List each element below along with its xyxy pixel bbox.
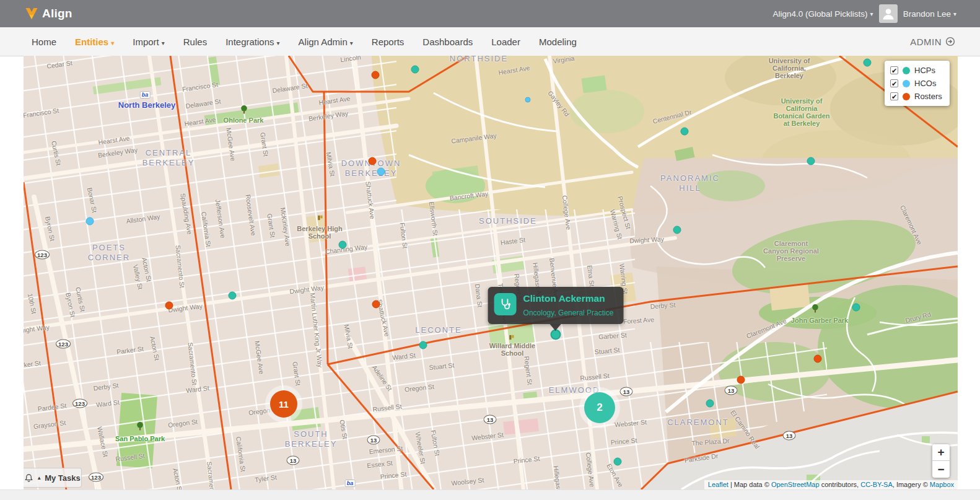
- street-label: Martin Luther King Jr Way: [309, 292, 325, 368]
- map-marker-hcp[interactable]: [706, 400, 714, 408]
- map-zoom-control: + −: [932, 444, 950, 478]
- route-shield: 123: [56, 340, 71, 349]
- map-marker-hcp[interactable]: [229, 292, 237, 300]
- map-overlay: NORTHSIDECENTRAL BERKELEYDOWNTOWN BERKEL…: [24, 56, 958, 489]
- poi-label: Claremont Canyon Regional Preserve: [763, 240, 819, 262]
- legend-row-hcps[interactable]: ✔HCPs: [890, 66, 942, 75]
- street-label: McGee Ave: [225, 127, 237, 161]
- street-label: Dwight Way: [289, 284, 325, 296]
- map-marker-roster[interactable]: [372, 300, 380, 309]
- map-marker-hcp[interactable]: [614, 458, 622, 466]
- map-marker-hcp[interactable]: [673, 226, 681, 234]
- my-tasks-button[interactable]: ▲ My Tasks: [24, 468, 82, 488]
- legend-checkbox[interactable]: ✔: [890, 92, 898, 100]
- street-label: El Camino Real: [729, 409, 761, 450]
- veeva-v-icon: [25, 7, 38, 20]
- user-menu[interactable]: Brandon Lee ▾: [903, 9, 956, 19]
- nav-item-entities[interactable]: Entities▾: [66, 37, 123, 47]
- app-logo[interactable]: Align: [25, 7, 72, 20]
- cluster-marker[interactable]: 2: [584, 392, 615, 423]
- street-label: Ward St: [392, 351, 416, 361]
- street-label: Gayley Rd: [546, 89, 571, 118]
- attribution-link[interactable]: Mapbox: [930, 481, 954, 488]
- street-label: Grayson St: [33, 419, 66, 430]
- street-label: Essex St: [367, 459, 393, 469]
- map-canvas[interactable]: NORTHSIDECENTRAL BERKELEYDOWNTOWN BERKEL…: [24, 56, 958, 489]
- street-label: Spaulding Ave: [179, 193, 193, 235]
- nav-item-rules[interactable]: Rules: [174, 37, 216, 47]
- street-label: Forest Ave: [623, 315, 655, 325]
- nav-item-align-admin[interactable]: Align Admin▾: [289, 37, 362, 47]
- legend-checkbox[interactable]: ✔: [890, 66, 898, 74]
- street-label: Woolsey St: [451, 476, 484, 486]
- route-shield: 13: [620, 387, 633, 397]
- map-marker-roster[interactable]: [372, 71, 380, 79]
- nav-item-loader[interactable]: Loader: [482, 37, 530, 47]
- map-marker-hcp[interactable]: [852, 304, 860, 312]
- street-label: Oregon St: [168, 418, 198, 429]
- legend-row-rosters[interactable]: ✔Rosters: [890, 92, 942, 101]
- page-bottom-strip: [0, 489, 980, 500]
- street-label: Tyler St: [255, 473, 278, 483]
- attribution-link[interactable]: Leaflet: [708, 481, 728, 488]
- street-label: Webster St: [615, 418, 647, 428]
- avatar[interactable]: [879, 4, 898, 23]
- street-label: Prince St: [513, 455, 540, 465]
- map-marker-hco[interactable]: [525, 97, 531, 103]
- street-label: Fulton St: [429, 429, 441, 456]
- attribution-link[interactable]: CC-BY-SA: [860, 481, 893, 488]
- street-label: Acton St: [149, 335, 161, 361]
- map-marker-roster[interactable]: [369, 157, 377, 165]
- street-label: Fulton St: [398, 222, 409, 248]
- map-marker-hcp[interactable]: [551, 330, 561, 340]
- map-marker-hcp[interactable]: [411, 66, 419, 74]
- app-name: Align: [42, 7, 72, 20]
- nav-item-modeling[interactable]: Modeling: [530, 37, 586, 47]
- map-marker-roster[interactable]: [814, 355, 822, 363]
- zoom-out-button[interactable]: −: [932, 461, 950, 478]
- street-label: Pardee St: [37, 401, 67, 413]
- nav-item-import[interactable]: Import▾: [123, 37, 174, 47]
- user-name: Brandon Lee: [903, 9, 951, 19]
- street-label: Oregon St: [405, 383, 435, 393]
- admin-mode-button[interactable]: ADMIN: [910, 37, 955, 47]
- map-marker-hcp[interactable]: [419, 341, 427, 349]
- legend-row-hcos[interactable]: ✔HCOs: [890, 79, 942, 88]
- poi-label: John Garber Park: [791, 317, 848, 324]
- street-label: McGee Ave: [253, 340, 265, 374]
- map-marker-roster[interactable]: [165, 302, 173, 310]
- map-marker-hcp[interactable]: [339, 241, 347, 249]
- legend-checkbox[interactable]: ✔: [890, 79, 898, 87]
- neighborhood-label: SOUTHSIDE: [479, 216, 537, 226]
- nav-item-integrations[interactable]: Integrations▾: [216, 37, 289, 47]
- attribution-link[interactable]: OpenStreetMap: [771, 481, 820, 488]
- map-marker-hcp[interactable]: [864, 59, 872, 67]
- legend-dot: [903, 80, 910, 87]
- street-label: Ward St: [186, 384, 210, 394]
- street-label: Regent St: [523, 356, 534, 385]
- street-label: Webster St: [471, 431, 504, 441]
- zoom-in-button[interactable]: +: [932, 444, 950, 461]
- street-label: Acton St: [141, 257, 153, 282]
- person-icon: [881, 6, 896, 21]
- neighborhood-label: CENTRAL BERKELEY: [142, 148, 195, 169]
- picklist-dropdown[interactable]: Align4.0 (Global Picklists) ▾: [773, 9, 873, 19]
- street-label: Sacramento St: [186, 342, 198, 385]
- street-label: Milvia St: [343, 323, 355, 349]
- nav-item-home[interactable]: Home: [22, 37, 66, 47]
- attribution-text: contributors,: [820, 481, 861, 488]
- street-label: Parker St: [116, 344, 144, 355]
- nav-item-reports[interactable]: Reports: [362, 37, 414, 47]
- map-marker-roster[interactable]: [737, 376, 745, 384]
- street-label: Parker St: [24, 359, 41, 369]
- nav-item-dashboards[interactable]: Dashboards: [413, 37, 482, 47]
- street-label: Grant St: [259, 132, 269, 157]
- cluster-marker[interactable]: 11: [270, 390, 297, 418]
- map-marker-hco[interactable]: [86, 217, 94, 226]
- poi-label: North Berkeley: [118, 101, 175, 110]
- map-marker-hcp[interactable]: [807, 157, 815, 165]
- map-marker-hco[interactable]: [377, 168, 385, 176]
- map-marker-hcp[interactable]: [681, 128, 689, 136]
- street-label: Cedar St: [46, 59, 73, 70]
- street-label: Shattuck Ave: [364, 181, 376, 219]
